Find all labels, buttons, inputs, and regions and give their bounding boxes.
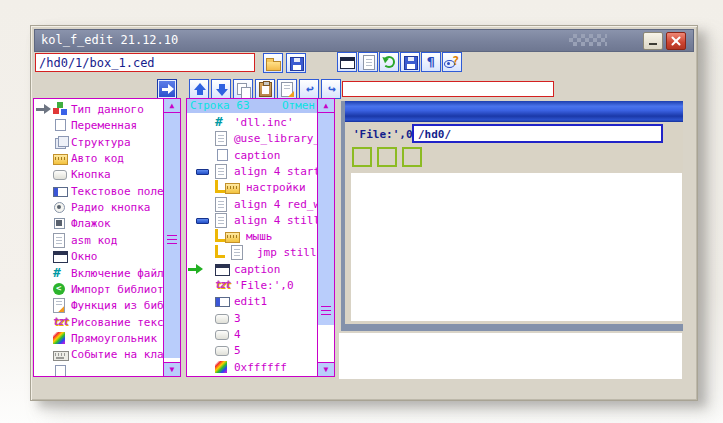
paste-button[interactable] [255,79,275,99]
go-button[interactable] [157,79,177,99]
scroll-up-button[interactable]: ▲ [318,99,334,113]
move-up-button[interactable] [189,79,209,99]
tree-item[interactable]: align 4 still [187,212,317,229]
edit-button[interactable] [277,79,297,99]
tree-header-line: Строка 63 [190,99,250,112]
list-item[interactable]: Текстовое поле [34,183,163,200]
list-item-label: Текстовое поле [71,184,163,199]
document-icon [363,55,375,70]
list-item-label: Импорт библиоте [71,282,163,297]
move-down-button[interactable] [211,79,231,99]
button-icon [215,330,229,340]
list-item[interactable]: Кнопка [34,166,163,183]
textfield-icon [53,187,68,197]
form-preview-titlebar[interactable] [345,101,683,122]
formatting-marks-button[interactable]: ¶ [421,52,441,72]
undo-button[interactable]: ↩ [299,79,319,99]
tree-item-label: 3 [234,311,241,326]
tree-item[interactable]: tzt'File:',0 [187,277,317,294]
window-icon [53,251,68,263]
list-item[interactable]: Радио кнопка [34,199,163,216]
file-path-input[interactable] [35,53,255,72]
form-green-box[interactable] [377,147,397,167]
list-item[interactable]: Структура [34,134,163,151]
list-item[interactable]: Событие на клав [34,346,163,363]
minimize-button[interactable] [643,32,663,50]
list-item-label: Окно [71,249,98,264]
list-item[interactable]: Окно [34,248,163,265]
txt-icon: tzt [215,278,229,292]
tree-item[interactable]: 5 [187,342,317,359]
rainbow-icon [215,361,227,373]
tree-item[interactable]: 0xffffff [187,359,317,376]
tree-item[interactable]: jmp still [187,244,317,261]
list-item-label: Тип данного [71,102,144,117]
list-item[interactable]: Функция из библ [34,297,163,314]
component-list-scrollbar[interactable]: ▲ ▼ [163,99,180,376]
tree-item[interactable]: 4 [187,326,317,343]
tree-item[interactable]: настройки [187,179,317,196]
save-file-button[interactable] [286,53,306,73]
status-field[interactable] [342,81,554,97]
scroll-down-button[interactable]: ▼ [164,362,180,376]
open-file-button[interactable] [263,53,283,73]
import-icon [53,283,65,295]
tree-item[interactable] [187,375,317,376]
collapse-icon[interactable] [196,169,209,175]
list-item[interactable]: Авто код [34,150,163,167]
source-view-button[interactable] [358,52,378,72]
scrollbar-thumb[interactable] [318,113,334,325]
tree-item-label: align 4 red_w [234,197,317,212]
radio-icon [54,202,65,213]
document-icon [53,233,65,248]
tree-item[interactable]: 3 [187,310,317,327]
redo-button[interactable]: ↪ [321,79,341,99]
collapse-icon[interactable] [196,218,209,224]
form-file-input[interactable] [412,124,663,143]
tree-item[interactable]: #'dll.inc' [187,114,317,131]
list-item[interactable]: Переменная [34,117,163,134]
scroll-up-button[interactable]: ▲ [164,99,180,113]
form-green-box[interactable] [402,147,422,167]
list-item[interactable]: Флажок [34,215,163,232]
scrollbar-thumb[interactable] [164,113,180,358]
tree-item[interactable]: мышь [187,228,317,245]
tree-item[interactable]: caption [187,261,317,278]
textfield-icon [215,297,230,307]
code-tree-scrollbar[interactable]: ▲ ▼ [317,99,334,376]
undo-icon: ↩ [300,81,320,96]
tree-item[interactable]: edit1 [187,293,317,310]
tree-item[interactable]: align 4 red_w [187,196,317,213]
tree-item-label: 0xffffff [234,360,287,375]
tree-item[interactable]: @use_library_ [187,130,317,147]
refresh-button[interactable] [379,52,399,72]
copy-button[interactable] [233,79,253,99]
tree-item[interactable]: caption [187,147,317,164]
list-item-label: Функция из библ [71,298,163,313]
window-preview-button[interactable] [337,52,357,72]
list-item[interactable]: _ [34,363,163,376]
list-item-label: Радио кнопка [71,200,150,215]
list-item-label: Включение файла [71,266,163,281]
tree-item[interactable]: align 4 start [187,163,317,180]
list-item[interactable]: Импорт библиоте [34,281,163,298]
code-tree-rows: #'dll.inc'@use_library_captionalign 4 st… [187,113,317,376]
list-item[interactable]: Прямоугольник [34,330,163,347]
list-item[interactable]: #Включение файла [34,265,163,282]
form-green-box[interactable] [352,147,372,167]
button-icon [215,346,229,356]
close-button[interactable] [666,32,686,50]
title-bar[interactable]: kol_f_edit 21.12.10 [34,29,694,52]
app-window: kol_f_edit 21.12.10 ¶ ? ↩ ↪ Тип данногоП… [30,25,698,401]
list-item[interactable]: asm код [34,232,163,249]
list-item[interactable]: Тип данного [34,101,163,118]
save-all-button[interactable] [400,52,420,72]
document-icon [215,213,227,228]
list-item[interactable]: tztРисование текст [34,314,163,331]
form-preview-body: 'File:',0 [345,122,683,324]
question-icon: ? [452,54,459,68]
scroll-down-button[interactable]: ▼ [318,362,334,376]
tree-branch-icon [215,180,225,193]
help-view-button[interactable]: ? [442,52,462,72]
floppy-disk-icon [404,56,418,70]
